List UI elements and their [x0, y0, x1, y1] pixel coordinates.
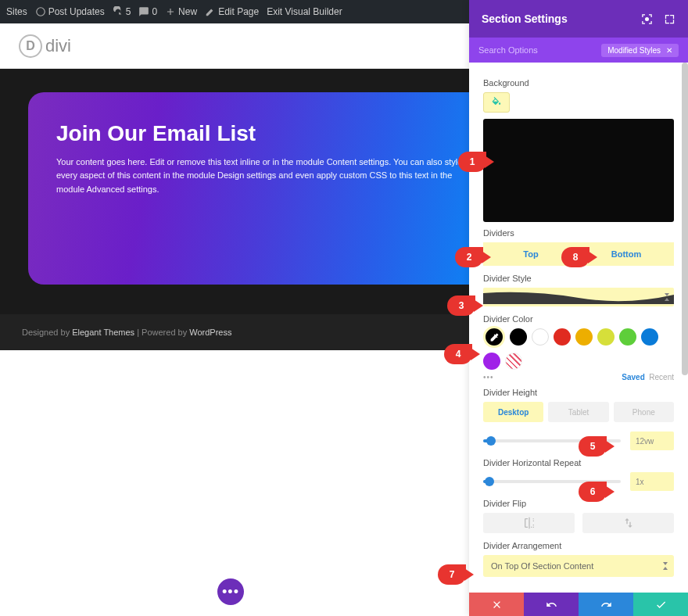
swatch-black[interactable] [510, 328, 527, 346]
adminbar-edit-page[interactable]: Edit Page [205, 6, 259, 17]
divider-repeat-label: Divider Horizontal Repeat [483, 458, 674, 467]
color-picker[interactable] [483, 326, 505, 348]
optin-title: Join Our Email List [56, 122, 463, 146]
optin-description: Your content goes here. Edit or remove t… [56, 156, 463, 197]
marker-2: 2 [455, 247, 483, 267]
adminbar-exit-builder[interactable]: Exit Visual Builder [267, 6, 342, 17]
background-fill-button[interactable] [483, 92, 510, 113]
recent-colors[interactable]: Recent [649, 373, 674, 381]
adminbar-post-updates[interactable]: Post Updates [35, 6, 105, 17]
dividers-label: Dividers [483, 228, 674, 238]
more-colors-icon[interactable]: ••• [483, 373, 494, 381]
divider-flip-label: Divider Flip [483, 499, 674, 508]
flip-horizontal-button[interactable] [483, 513, 575, 533]
swatch-white[interactable] [532, 328, 549, 346]
marker-6: 6 [579, 482, 607, 502]
logo[interactable]: Ddivi [19, 34, 71, 58]
arrangement-select[interactable]: On Top Of Section Content [483, 555, 674, 577]
section-settings-panel: Section Settings Search Options Modified… [469, 0, 688, 616]
color-swatches [483, 328, 674, 370]
swatch-purple[interactable] [483, 353, 500, 370]
focus-icon[interactable] [641, 13, 653, 25]
divider-style-select[interactable] [483, 288, 674, 306]
divider-height-label: Divider Height [483, 388, 674, 397]
redo-button[interactable] [579, 593, 633, 616]
marker-4: 4 [444, 344, 472, 364]
swatch-orange[interactable] [575, 328, 593, 346]
marker-3: 3 [447, 295, 475, 316]
swatch-blue[interactable] [641, 328, 658, 346]
wordpress-link[interactable]: WordPress [189, 328, 231, 337]
adminbar-new[interactable]: New [165, 6, 197, 17]
saved-colors[interactable]: Saved [622, 373, 644, 381]
background-preview[interactable] [483, 119, 674, 222]
marker-5: 5 [579, 436, 607, 457]
expand-icon[interactable] [664, 13, 675, 25]
search-options[interactable]: Search Options [478, 45, 538, 55]
device-tablet[interactable]: Tablet [548, 402, 608, 422]
undo-button[interactable] [524, 593, 579, 616]
save-button[interactable] [633, 593, 688, 616]
repeat-value[interactable]: 1x [630, 472, 674, 491]
panel-scrollbar[interactable] [682, 63, 688, 375]
divider-arrangement-label: Divider Arrangement [483, 541, 674, 550]
panel-subheader: Search Options Modified Styles✕ [469, 38, 688, 63]
device-desktop[interactable]: Desktop [483, 402, 543, 422]
adminbar-refresh[interactable]: 5 [113, 6, 131, 17]
height-value[interactable]: 12vw [630, 432, 674, 450]
marker-1: 1 [458, 152, 486, 172]
swatch-red[interactable] [554, 328, 571, 346]
divider-color-label: Divider Color [483, 314, 674, 324]
swatch-green[interactable] [619, 328, 636, 346]
panel-actions [469, 593, 688, 616]
device-phone[interactable]: Phone [614, 402, 674, 422]
panel-header: Section Settings [469, 0, 688, 38]
close-icon[interactable]: ✕ [666, 46, 672, 55]
adminbar-comments[interactable]: 0 [138, 6, 157, 17]
builder-fab[interactable]: ••• [217, 578, 244, 605]
marker-8: 8 [561, 247, 589, 267]
swatch-none[interactable] [505, 353, 522, 370]
marker-7: 7 [438, 564, 466, 585]
cancel-button[interactable] [469, 593, 524, 616]
background-label: Background [483, 78, 674, 88]
divider-style-label: Divider Style [483, 274, 674, 283]
adminbar-sites[interactable]: Sites [6, 6, 27, 17]
swatch-yellow[interactable] [597, 328, 615, 346]
modified-styles-chip[interactable]: Modified Styles✕ [601, 44, 679, 57]
flip-vertical-button[interactable] [582, 513, 674, 533]
elegant-themes-link[interactable]: Elegant Themes [72, 328, 134, 337]
